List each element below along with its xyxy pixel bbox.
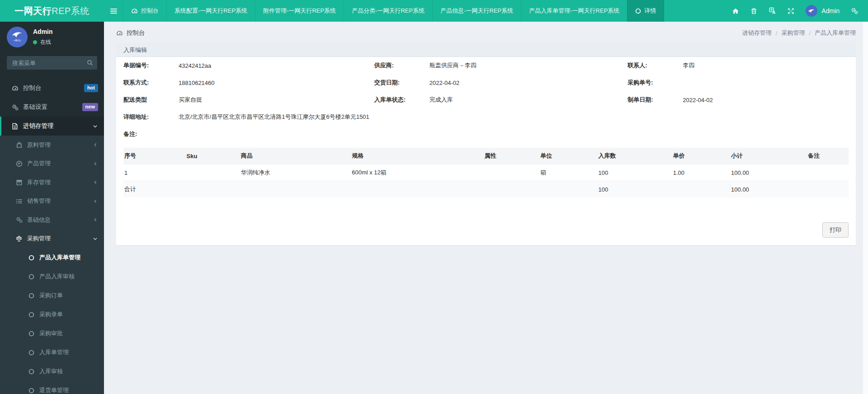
tab-label: 系统配置-一网天行REP系统 — [175, 7, 247, 15]
field-label: 入库单状态: — [374, 96, 429, 104]
chevron-down-icon — [93, 236, 98, 241]
tab-attachment-management[interactable]: 附件管理-一网天行REP系统 — [255, 0, 344, 22]
cell-attribute — [481, 164, 537, 181]
sidebar-menu: 控制台 hot 基础设置 new 进销存管理 原料管理 P 产品管理 — [0, 79, 104, 394]
home-button[interactable] — [726, 0, 745, 22]
search-icon[interactable] — [87, 60, 93, 66]
sidebar-item-stock-management[interactable]: 库存管理 — [0, 173, 104, 192]
tab-product-category[interactable]: 产品分类-一网天行REP系统 — [344, 0, 432, 22]
sidebar-item-return-order[interactable]: 退货单管理 — [0, 381, 104, 394]
tab-product-inbound-management[interactable]: 产品入库单管理-一网天行REP系统 — [521, 0, 627, 22]
sidebar-item-label: 采购管理 — [27, 235, 51, 243]
circle-o-icon — [27, 312, 35, 318]
col-spec: 规格 — [348, 148, 481, 164]
settings-button[interactable] — [845, 0, 863, 22]
sidebar-item-inbound-audit[interactable]: 入库审核 — [0, 362, 104, 381]
sidebar-item-console[interactable]: 控制台 hot — [0, 79, 104, 98]
app-logo-bold: 一网天行 — [14, 5, 52, 17]
sidebar-user-panel: 一网天行 Admin 在线 — [0, 22, 104, 51]
field-value: 2022-04-02 — [683, 97, 713, 103]
page-title-label: 控制台 — [127, 29, 145, 37]
tab-console[interactable]: 控制台 — [123, 0, 166, 22]
cell-product: 华润纯净水 — [237, 164, 348, 181]
sidebar-user-name: Admin — [33, 28, 53, 35]
print-button[interactable]: 打印 — [822, 222, 849, 238]
sidebar-item-basic-settings[interactable]: 基础设置 new — [0, 98, 104, 117]
col-attribute: 属性 — [481, 148, 537, 164]
sidebar-search — [7, 56, 97, 70]
gears-icon — [15, 216, 23, 223]
header-tab-bar: 控制台 系统配置-一网天行REP系统 附件管理-一网天行REP系统 产品分类-一… — [123, 0, 726, 22]
sidebar-item-raw-material[interactable]: 原料管理 — [0, 136, 104, 155]
col-product: 商品 — [237, 148, 348, 164]
shopping-bag-icon — [15, 141, 23, 148]
tab-product-info[interactable]: 产品信息-一网天行REP系统 — [432, 0, 521, 22]
sidebar-item-purchase-approval[interactable]: 采购审批 — [0, 324, 104, 343]
cell-unit-price: 1.00 — [670, 164, 727, 181]
field-value: 李四 — [683, 61, 694, 70]
field-remark: 备注: — [123, 126, 849, 143]
sidebar-item-sales-management[interactable]: 销售管理 — [0, 192, 104, 211]
sidebar-item-product-management[interactable]: P 产品管理 — [0, 155, 104, 174]
breadcrumb-item[interactable]: 产品入库单管理 — [815, 29, 856, 37]
sidebar-item-label: 采购审批 — [39, 329, 63, 338]
cell-remark — [804, 164, 849, 181]
field-value: 18810621460 — [179, 80, 215, 86]
sidebar-item-basic-info[interactable]: 基础信息 — [0, 211, 104, 230]
col-remark: 备注 — [804, 148, 849, 164]
fullscreen-icon — [788, 8, 794, 14]
chevron-left-icon — [93, 142, 98, 147]
field-create-date: 制单日期:2022-04-02 — [627, 91, 849, 108]
gears-icon — [11, 104, 19, 111]
tab-detail[interactable]: 详情 — [627, 0, 664, 22]
col-subtotal: 小计 — [727, 148, 804, 164]
sidebar-item-purchase-order[interactable]: 采购订单 — [0, 286, 104, 305]
sidebar-item-label: 产品管理 — [27, 159, 51, 168]
username-label: Admin — [821, 7, 840, 14]
app-logo[interactable]: 一网天行REP系统 — [0, 0, 104, 22]
sidebar-item-label: 销售管理 — [27, 197, 51, 205]
search-input[interactable] — [7, 56, 97, 70]
main-content: 控制台 进销存管理 / 采购管理 / 产品入库单管理 入库编辑 单据编号:432… — [104, 22, 868, 394]
tab-label: 产品分类-一网天行REP系统 — [352, 7, 425, 15]
tab-label: 控制台 — [141, 7, 159, 15]
sidebar-item-label: 基础设置 — [23, 103, 47, 111]
sidebar-toggle-button[interactable] — [104, 0, 123, 22]
circle-o-icon — [27, 274, 35, 280]
tab-label: 附件管理-一网天行REP系统 — [263, 7, 336, 15]
circle-o-icon — [27, 255, 35, 261]
hamburger-icon — [110, 8, 117, 14]
balance-scale-icon — [15, 235, 23, 242]
table-row: 1 华润纯净水 600ml x 12箱 箱 100 1.00 100.00 — [123, 164, 849, 181]
sidebar-item-purchase-management[interactable]: 采购管理 — [0, 230, 104, 249]
sidebar-user-status: 在线 — [33, 38, 53, 46]
sidebar-item-label: 退货单管理 — [39, 386, 69, 394]
avatar[interactable]: 一网天行 — [7, 27, 28, 47]
panel-title: 入库编辑 — [116, 43, 856, 57]
field-contact-phone: 联系方式:18810621460 — [123, 74, 374, 91]
breadcrumb-item[interactable]: 进销存管理 — [742, 29, 772, 37]
inbound-edit-panel: 入库编辑 单据编号:43242412aa 供应商:瓶盖供应商－李四 联系人:李四… — [116, 43, 856, 245]
user-menu[interactable]: Admin — [800, 5, 845, 17]
fullscreen-button[interactable] — [782, 0, 800, 22]
sidebar-item-purchase-entry[interactable]: 采购录单 — [0, 305, 104, 324]
clear-cache-button[interactable] — [745, 0, 763, 22]
sidebar-item-product-inbound-order[interactable]: 产品入库单管理 — [0, 248, 104, 267]
sidebar-item-inventory-management[interactable]: 进销存管理 — [0, 117, 104, 136]
language-button[interactable] — [763, 0, 782, 22]
total-label: 合计 — [123, 181, 183, 198]
field-label: 联系人: — [627, 61, 683, 70]
sidebar-item-label: 采购录单 — [39, 310, 63, 319]
chevron-down-icon — [93, 124, 98, 129]
sidebar-item-inbound-order[interactable]: 入库单管理 — [0, 343, 104, 362]
sidebar-item-product-inbound-audit[interactable]: 产品入库审核 — [0, 267, 104, 286]
field-delivery-type: 配送类型买家自提 — [123, 91, 374, 108]
trash-icon — [750, 8, 757, 14]
tab-system-config[interactable]: 系统配置-一网天行REP系统 — [166, 0, 255, 22]
form-fields-grid: 单据编号:43242412aa 供应商:瓶盖供应商－李四 联系人:李四 联系方式… — [123, 57, 849, 108]
breadcrumb-item[interactable]: 采购管理 — [781, 29, 805, 37]
total-qty: 100 — [595, 181, 670, 198]
scrollbar-track[interactable] — [863, 22, 868, 394]
field-value: 2022-04-02 — [429, 80, 460, 86]
sidebar-item-label: 入库单管理 — [39, 348, 69, 356]
